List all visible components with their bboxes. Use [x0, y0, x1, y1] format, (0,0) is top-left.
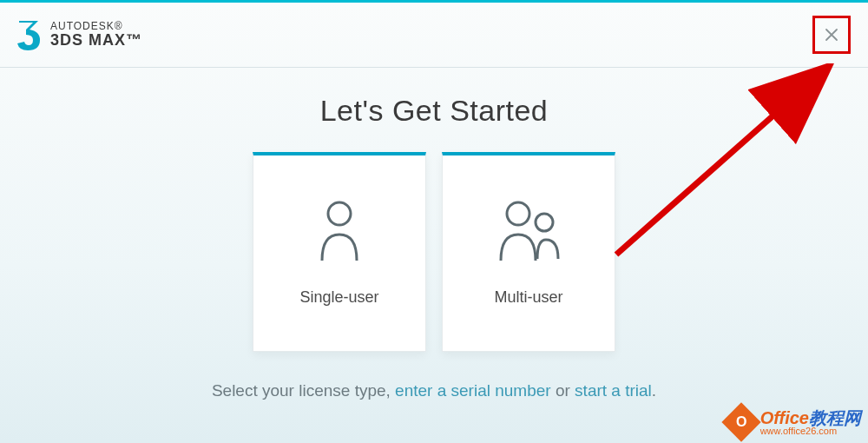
- watermark-brand: Office教程网: [760, 409, 861, 426]
- multi-user-card[interactable]: Multi-user: [442, 152, 615, 352]
- page-title: Let's Get Started: [0, 94, 868, 128]
- single-user-card[interactable]: Single-user: [253, 152, 426, 352]
- brand-bottom-label: 3DS MAX™: [50, 32, 142, 49]
- multi-user-icon: [494, 200, 563, 262]
- brand-top-label: AUTODESK®: [50, 21, 142, 32]
- watermark-text: Office教程网 www.office26.com: [760, 409, 861, 436]
- enter-serial-link[interactable]: enter a serial number: [395, 381, 551, 400]
- svg-point-1: [507, 202, 529, 225]
- start-trial-link[interactable]: start a trial: [575, 381, 652, 400]
- watermark-brand-orange: Office: [760, 408, 809, 427]
- footer-instruction: Select your license type, enter a serial…: [0, 381, 868, 400]
- watermark: O Office教程网 www.office26.com: [727, 408, 861, 436]
- footer-middle: or: [551, 381, 575, 400]
- svg-point-2: [536, 214, 553, 231]
- watermark-icon-letter: O: [735, 414, 746, 430]
- brand-text: AUTODESK® 3DS MAX™: [50, 21, 142, 48]
- close-button-highlight: [812, 16, 851, 54]
- single-user-label: Single-user: [299, 288, 378, 307]
- header-bar: AUTODESK® 3DS MAX™: [0, 3, 868, 68]
- close-icon[interactable]: [825, 28, 838, 42]
- watermark-icon: O: [721, 402, 760, 441]
- product-logo-icon: [17, 19, 42, 50]
- brand-logo-block: AUTODESK® 3DS MAX™: [17, 19, 142, 50]
- svg-point-0: [328, 202, 351, 225]
- single-user-icon: [317, 200, 362, 262]
- multi-user-label: Multi-user: [494, 288, 562, 307]
- footer-prefix: Select your license type,: [212, 381, 395, 400]
- watermark-url: www.office26.com: [760, 426, 861, 436]
- watermark-brand-blue: 教程网: [809, 408, 861, 427]
- license-card-row: Single-user Multi-user: [0, 152, 868, 352]
- footer-suffix: .: [652, 381, 656, 400]
